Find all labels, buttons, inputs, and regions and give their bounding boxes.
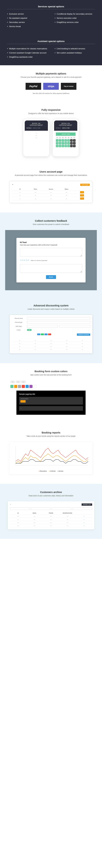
archive-title: — — [10, 503, 11, 506]
feedback-form: Hi Tom! How was your experience with us … — [16, 238, 86, 282]
phone-field: — — [27, 137, 46, 138]
reports-chart: ● Reservations ● Confirmed ● Services — [9, 442, 93, 474]
discount-section: Advanced discounting system create disco… — [0, 297, 102, 363]
create-coupon-button[interactable]: CREATE COUPON — [77, 334, 90, 336]
filter-input[interactable] — [31, 507, 51, 510]
feedback-textarea[interactable] — [20, 248, 82, 256]
filter-input[interactable] — [52, 507, 71, 510]
phone-mockup-1: BOOK AN APPOINTMENT DETAILSDATE & TIME —… — [23, 119, 49, 156]
archive-section: Customers archive Keep track of your cus… — [0, 484, 102, 539]
chevron-right-icon[interactable]: › — [74, 133, 74, 135]
chart-legend: ● Reservations ● Confirmed ● Services — [12, 470, 90, 472]
responsive-heading: Fully responsive — [5, 108, 97, 111]
feedback-section: Collect customers feedback Give customer… — [0, 213, 102, 297]
option-item: Limit booking to selected services — [54, 48, 95, 50]
option-item: Exclusive service — [7, 13, 48, 15]
coupon-toggle[interactable]: ON — [27, 329, 32, 331]
tab-details[interactable]: DETAILS — [27, 127, 32, 129]
preview-title: Sample page/wp-title — [19, 393, 83, 395]
tag: — — [41, 334, 44, 335]
tab-item[interactable]: — — [10, 380, 15, 383]
option-item: Connect assistant Google Calendar accoun… — [7, 52, 48, 54]
archive-heading: Customers archive — [5, 491, 97, 494]
discount-type-input[interactable] — [27, 321, 90, 323]
filter-input[interactable] — [10, 507, 30, 510]
feedback-greeting: Hi Tom! — [20, 241, 82, 243]
row-action-button[interactable]: — — [80, 194, 84, 196]
option-item: Drag&Drop services order — [54, 21, 95, 23]
table-row: ————— — [12, 197, 90, 200]
swatch[interactable] — [10, 385, 13, 388]
colors-preview: Sample page/wp-title CATEGORIES — — [16, 391, 86, 415]
table-row: ————— — [12, 194, 90, 197]
swatch[interactable] — [30, 385, 33, 388]
feedback-textarea-2[interactable] — [20, 264, 82, 273]
tab-datetime[interactable]: DATE & TIME — [33, 127, 40, 129]
tab-details[interactable]: DETAILS — [56, 127, 61, 129]
colors-heading: Booking form custom colors — [5, 370, 97, 373]
date-to-input[interactable] — [59, 325, 90, 328]
feedback-heading: Collect customers feedback — [5, 219, 97, 222]
swatch[interactable] — [22, 385, 25, 388]
table-row: ————— — [12, 342, 90, 345]
responsive-section: Fully responsive Designed to offer the b… — [0, 101, 102, 163]
tag: — — [37, 334, 40, 335]
addon-note: See the ADD-ON section for other payment… — [5, 92, 97, 95]
row-link[interactable]: — — [83, 522, 85, 523]
row-link[interactable]: — — [83, 519, 85, 520]
colors-sub: take control over the look and feel of t… — [5, 374, 97, 376]
discount-screenshot: Discount name Discount type Date range C… — [9, 315, 93, 353]
calendar-grid: 1234567 891011121314 15161718192021 2223… — [56, 136, 75, 147]
option-item: Conditional display for secondary servic… — [54, 13, 95, 15]
send-button[interactable]: SEND — [46, 275, 56, 279]
table-row: ————— — [10, 524, 92, 527]
table-row: ————— — [12, 191, 90, 194]
row-link[interactable]: — — [83, 525, 85, 526]
categories-label: CATEGORIES — [20, 398, 82, 399]
table-row: ————— — [10, 515, 92, 518]
export-csv-button[interactable]: EXPORT CSV — [82, 503, 92, 506]
swatch[interactable] — [33, 385, 36, 388]
table-row: ————— — [12, 348, 90, 351]
swatch[interactable] — [18, 385, 21, 388]
tag: — — [44, 334, 48, 335]
stripe-logo: stripe — [43, 83, 59, 90]
account-heading: Users account page — [5, 170, 97, 173]
discount-sub: create discounts and coupon codes based … — [5, 308, 97, 310]
filter-input[interactable] — [72, 507, 92, 510]
table-row: ————— — [10, 521, 92, 524]
assistant-title: Assistant special options — [7, 40, 95, 44]
option-item: Drag&Drop assistants order — [7, 56, 48, 58]
tab-datetime[interactable]: DATE & TIME — [62, 127, 70, 129]
option-item: Multiple reservations for classes reserv… — [7, 48, 48, 50]
chevron-left-icon[interactable]: ‹ — [57, 133, 57, 135]
row-action-button[interactable]: — — [80, 191, 84, 193]
option-item: Set custom assistant holidays — [54, 52, 95, 54]
row-link[interactable]: — — [83, 516, 85, 517]
phone-title: BOOK AN APPOINTMENT — [27, 123, 46, 126]
table-row: ————— — [10, 518, 92, 521]
discount-heading: Advanced discounting system — [5, 304, 97, 307]
discount-name-input[interactable] — [27, 317, 90, 319]
services-options-section: Services special options Exclusive servi… — [0, 0, 102, 35]
date-from-input[interactable] — [27, 325, 58, 328]
tab-item[interactable]: — — [21, 380, 26, 383]
services-title: Services special options — [7, 5, 95, 9]
table-row: ————— — [12, 345, 90, 348]
swatch[interactable] — [26, 385, 29, 388]
assistant-options-section: Assistant special options Multiple reser… — [0, 35, 102, 65]
tab-item[interactable]: — — [16, 380, 20, 383]
line-chart — [12, 444, 90, 469]
pay-at-venue: Pay at venue — [61, 83, 76, 90]
color-palette — [10, 385, 92, 388]
edit-account-button[interactable]: Edit account — [80, 184, 90, 186]
reports-sub: Take a look at your trends using the rep… — [5, 435, 97, 437]
row-action-button[interactable]: — — [80, 197, 84, 199]
archive-sub: Keep track of your customers data, histo… — [5, 495, 97, 497]
responsive-sub: Designed to offer the best experience on… — [5, 112, 97, 115]
rating-stars[interactable]: ☆☆☆☆☆Rate our service (required) — [20, 259, 82, 261]
option-item: No assistant required — [7, 17, 48, 19]
swatch[interactable] — [14, 385, 17, 388]
phone-field: — — [27, 132, 46, 134]
colors-section: Booking form custom colors take control … — [0, 363, 102, 424]
